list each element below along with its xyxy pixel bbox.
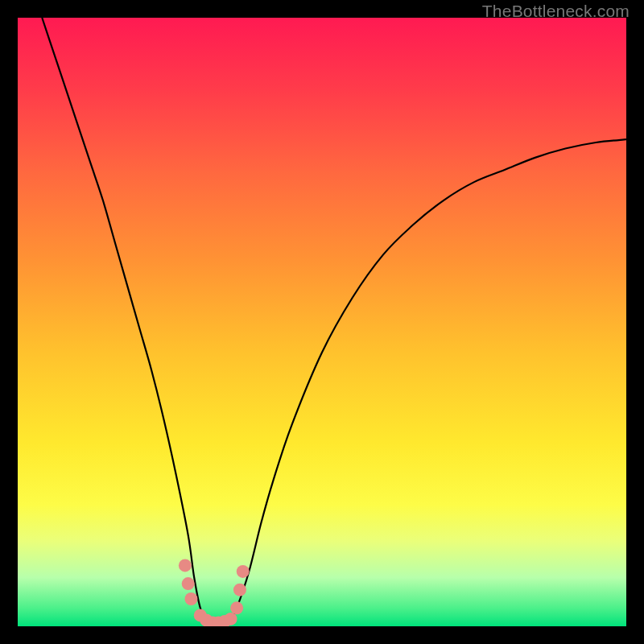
bottleneck-dot	[179, 559, 192, 572]
bottleneck-dot	[233, 584, 246, 597]
bottleneck-dot	[182, 577, 195, 590]
bottleneck-curve-svg	[18, 18, 626, 626]
bottleneck-dots-group	[179, 559, 250, 626]
bottleneck-dot	[184, 592, 197, 605]
bottleneck-dot	[230, 601, 243, 614]
chart-plot-area	[18, 18, 626, 626]
bottleneck-dot	[225, 613, 237, 625]
watermark-text: TheBottleneck.com	[482, 2, 630, 21]
bottleneck-dot	[237, 565, 250, 578]
bottleneck-curve-path	[42, 18, 626, 626]
